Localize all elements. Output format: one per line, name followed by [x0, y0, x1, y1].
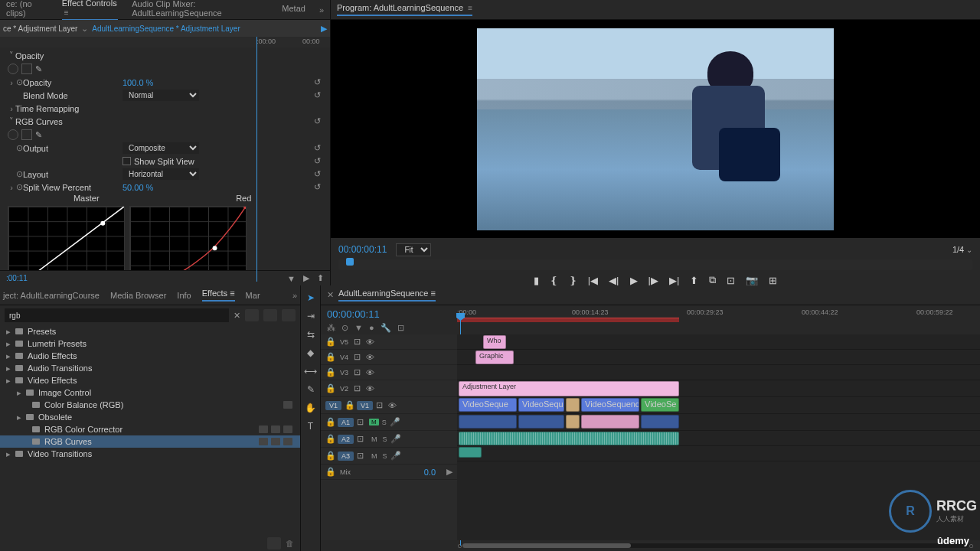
mask-toggle[interactable]: [21, 64, 32, 74]
lift-icon[interactable]: ⬆: [690, 275, 698, 286]
slip-tool-icon[interactable]: ⟷: [305, 365, 317, 377]
clip-video[interactable]: VideoSeque: [518, 398, 564, 412]
effect-item[interactable]: ▸Video Effects: [0, 374, 300, 386]
clip-audio[interactable]: [581, 415, 639, 429]
effect-item[interactable]: RGB Curves: [0, 435, 300, 448]
type-tool-icon[interactable]: T: [305, 420, 317, 432]
effect-item[interactable]: ▸Image Control: [0, 386, 300, 399]
selection-tool-icon[interactable]: ➤: [305, 292, 317, 304]
go-to-out-icon[interactable]: ▶|: [669, 275, 679, 286]
program-timecode[interactable]: 00:00:00:11: [338, 244, 387, 255]
video-track-header[interactable]: 🔒V4⊡👁: [321, 350, 457, 365]
play-icon[interactable]: ▶: [321, 24, 327, 34]
clip-audio-track[interactable]: [459, 432, 679, 445]
program-scrubber[interactable]: [338, 259, 972, 270]
go-to-in-icon[interactable]: |◀: [588, 275, 598, 286]
reset-icon[interactable]: ↺: [314, 169, 321, 179]
master-curve[interactable]: [8, 206, 125, 270]
add-marker-icon[interactable]: ▮: [534, 275, 539, 286]
zoom-scrollbar[interactable]: [462, 543, 969, 548]
red-curve[interactable]: [129, 206, 247, 270]
wrench-icon[interactable]: 🔧: [381, 323, 391, 333]
play-icon[interactable]: ▶: [303, 273, 309, 283]
linked-selection-icon[interactable]: ⊙: [341, 323, 348, 333]
cc-icon[interactable]: ⊡: [397, 323, 404, 333]
snap-icon[interactable]: ⁂: [327, 323, 335, 333]
settings-icon[interactable]: ●: [369, 323, 374, 333]
ripple-edit-tool-icon[interactable]: ⇆: [305, 328, 317, 341]
reset-icon[interactable]: ↺: [314, 90, 321, 100]
tab-project[interactable]: ject: AdultLearningCourse: [3, 291, 100, 300]
clip-video[interactable]: VideoSeque: [459, 398, 517, 412]
effect-item[interactable]: ▸Presets: [0, 325, 300, 337]
blend-select[interactable]: Normal: [122, 90, 199, 101]
filter-icon[interactable]: ▼: [287, 274, 296, 283]
pen-tool-icon[interactable]: ✎: [305, 383, 317, 396]
overflow-icon[interactable]: »: [292, 291, 297, 300]
clip-audio-track[interactable]: [459, 447, 482, 458]
tab-markers[interactable]: Mar: [246, 291, 260, 300]
track-select-tool-icon[interactable]: ⇥: [305, 310, 317, 322]
tab-menu-icon[interactable]: ≡: [468, 4, 472, 12]
tab-overflow-icon[interactable]: »: [319, 5, 324, 15]
fx-toggle[interactable]: [8, 129, 18, 140]
delete-icon[interactable]: 🗑: [286, 539, 294, 548]
mark-in-icon[interactable]: ❴: [550, 275, 558, 286]
pen-icon[interactable]: ✎: [35, 130, 42, 140]
reset-icon[interactable]: ↺: [314, 116, 321, 126]
layout-select[interactable]: Horizontal: [122, 168, 199, 180]
zoom-in-icon[interactable]: ○: [969, 541, 974, 550]
clip-video[interactable]: VideoSequence: [581, 398, 639, 412]
effect-item[interactable]: ▸Lumetri Presets: [0, 337, 300, 350]
sequence-tab[interactable]: AdultLearningSequence ≡: [338, 289, 436, 302]
marker-icon[interactable]: ▼: [354, 323, 363, 333]
tab-effect-controls[interactable]: Effect Controls ≡: [62, 0, 119, 21]
play-icon[interactable]: ▶: [630, 275, 638, 286]
rgb-curves-row[interactable]: ˅RGB Curves↺: [0, 115, 330, 128]
audio-track-header[interactable]: 🔒A2⊡MS🎤: [321, 431, 457, 448]
tab-metadata[interactable]: Metad: [282, 4, 305, 15]
effect-item[interactable]: ▸Audio Effects: [0, 350, 300, 362]
tab-source[interactable]: ce: (no clips): [6, 0, 48, 20]
tab-info[interactable]: Info: [177, 291, 191, 300]
clip-video[interactable]: [566, 398, 580, 412]
video-track-header[interactable]: 🔒V3⊡👁: [321, 365, 457, 380]
output-select[interactable]: Composite: [122, 142, 199, 154]
clip-graphic[interactable]: Graphic: [475, 350, 514, 364]
export-frame-icon[interactable]: ⊡: [727, 275, 735, 286]
extract-icon[interactable]: ⧉: [709, 274, 716, 286]
reset-icon[interactable]: ↺: [314, 77, 321, 87]
reset-icon[interactable]: ↺: [314, 182, 321, 192]
pen-icon[interactable]: ✎: [35, 64, 42, 74]
clip-video[interactable]: VideoSe: [641, 398, 679, 412]
tab-audio-mixer[interactable]: Audio Clip Mixer: AdultLearningSequence: [132, 0, 268, 20]
clip-audio[interactable]: [518, 415, 564, 429]
clip-audio[interactable]: [641, 415, 679, 429]
audio-track-header[interactable]: 🔒A1⊡MS🎤: [321, 414, 457, 431]
mask-toggle[interactable]: [21, 129, 32, 140]
scrubber-playhead[interactable]: [346, 258, 354, 266]
new-bin-icon[interactable]: [267, 537, 281, 549]
opacity-value[interactable]: 100.0 %: [122, 78, 153, 87]
zoom-select[interactable]: Fit: [396, 243, 431, 256]
opacity-group-row[interactable]: ˅Opacity: [0, 49, 330, 62]
video-track-header[interactable]: V1🔒V1⊡👁: [321, 397, 457, 414]
time-remap-row[interactable]: ›Time Remapping: [0, 102, 330, 115]
effects-search-input[interactable]: [5, 308, 229, 322]
mark-out-icon[interactable]: ❵: [569, 275, 577, 286]
filter-32bit-icon[interactable]: [263, 309, 277, 321]
effect-item[interactable]: ▸Audio Transitions: [0, 362, 300, 374]
fx-toggle[interactable]: [8, 64, 18, 74]
reset-icon[interactable]: ↺: [314, 156, 321, 166]
clip-adjustment-layer[interactable]: Adjustment Layer: [459, 381, 679, 396]
clip-path[interactable]: AdultLearningSequence * Adjustment Layer: [92, 24, 240, 33]
effect-mini-timeline[interactable]: :00:00 00:00: [0, 37, 330, 47]
effects-list[interactable]: ▸Presets▸Lumetri Presets▸Audio Effects▸A…: [0, 325, 300, 536]
export-icon[interactable]: ⬆: [317, 273, 324, 283]
clip-audio[interactable]: [459, 415, 517, 429]
step-forward-icon[interactable]: |▶: [648, 275, 658, 286]
clear-search-icon[interactable]: ✕: [234, 311, 240, 321]
effect-item[interactable]: ▸Video Transitions: [0, 448, 300, 460]
mix-track-header[interactable]: 🔒Mix0.0▶: [321, 465, 457, 480]
camera-icon[interactable]: 📷: [746, 275, 758, 286]
